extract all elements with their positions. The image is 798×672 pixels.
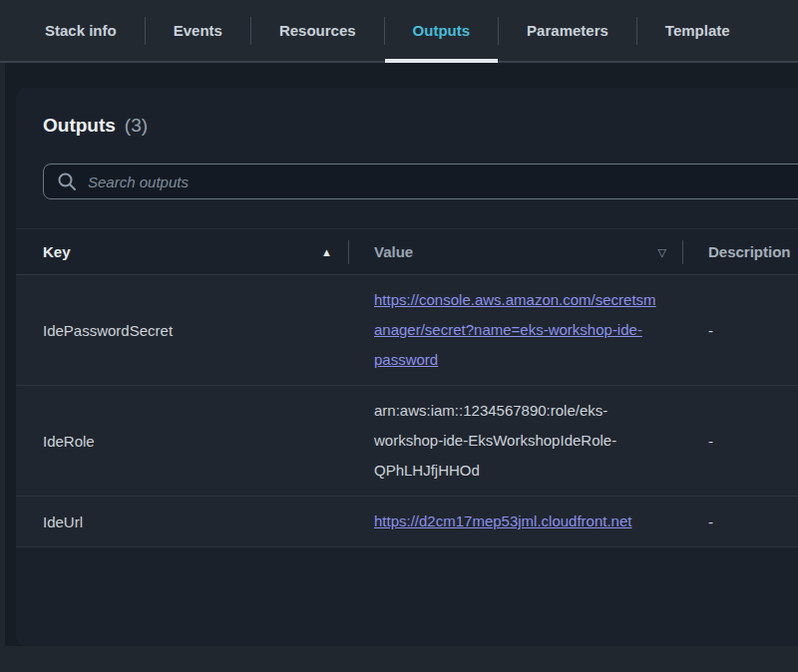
panel-title-text: Outputs [43, 115, 116, 137]
tab-template[interactable]: Template [637, 0, 758, 61]
left-edge-strip [0, 63, 5, 672]
tab-events[interactable]: Events [146, 0, 250, 61]
output-description: - [683, 497, 798, 547]
output-value-text: arn:aws:iam::1234567890:role/eks-worksho… [374, 402, 616, 479]
output-count-badge: (3) [125, 115, 148, 137]
tab-parameters[interactable]: Parameters [499, 0, 636, 61]
tab-label: Parameters [527, 22, 608, 39]
column-label: Key [43, 243, 71, 260]
tab-outputs[interactable]: Outputs [385, 0, 499, 61]
panel-title: Outputs (3) [43, 115, 798, 137]
tab-label: Events [174, 22, 222, 39]
page-bottom-strip [0, 646, 798, 672]
output-value-link[interactable]: https://console.aws.amazon.com/secretsma… [374, 291, 656, 368]
tab-label: Template [665, 22, 730, 39]
outputs-table: Key ▲ Value ▽ Description IdePasswordSec… [16, 228, 798, 547]
output-description: - [683, 275, 798, 386]
table-row: IdeUrl https://d2cm17mep53jml.cloudfront… [16, 497, 798, 547]
table-header-row: Key ▲ Value ▽ Description [16, 229, 798, 275]
outputs-panel: Outputs (3) Key ▲ [16, 88, 798, 646]
column-header-value[interactable]: Value ▽ [349, 229, 683, 275]
tab-label: Outputs [413, 22, 471, 39]
page-content: Outputs (3) Key ▲ [0, 63, 798, 646]
column-header-key[interactable]: Key ▲ [16, 229, 349, 275]
search-field [43, 164, 798, 199]
tab-stack-info[interactable]: Stack info [17, 0, 145, 61]
panel-header: Outputs (3) [16, 88, 798, 137]
column-label: Value [374, 243, 413, 260]
table-row: IdeRole arn:aws:iam::1234567890:role/eks… [16, 386, 798, 497]
output-description: - [683, 386, 798, 497]
stack-tabbar: Stack info Events Resources Outputs Para… [0, 0, 798, 63]
output-value-link[interactable]: https://d2cm17mep53jml.cloudfront.net [374, 512, 631, 529]
search-input[interactable] [43, 164, 798, 199]
tab-label: Stack info [45, 22, 117, 39]
column-header-description[interactable]: Description [683, 229, 798, 275]
table-row: IdePasswordSecret https://console.aws.am… [16, 275, 798, 386]
sort-indicator-icon: ▽ [658, 245, 666, 258]
output-key: IdePasswordSecret [16, 275, 349, 386]
output-key: IdeRole [16, 386, 349, 497]
column-label: Description [708, 243, 791, 260]
tab-label: Resources [279, 22, 356, 39]
output-key: IdeUrl [16, 497, 349, 547]
sort-ascending-icon: ▲ [321, 246, 332, 258]
tab-resources[interactable]: Resources [251, 0, 384, 61]
